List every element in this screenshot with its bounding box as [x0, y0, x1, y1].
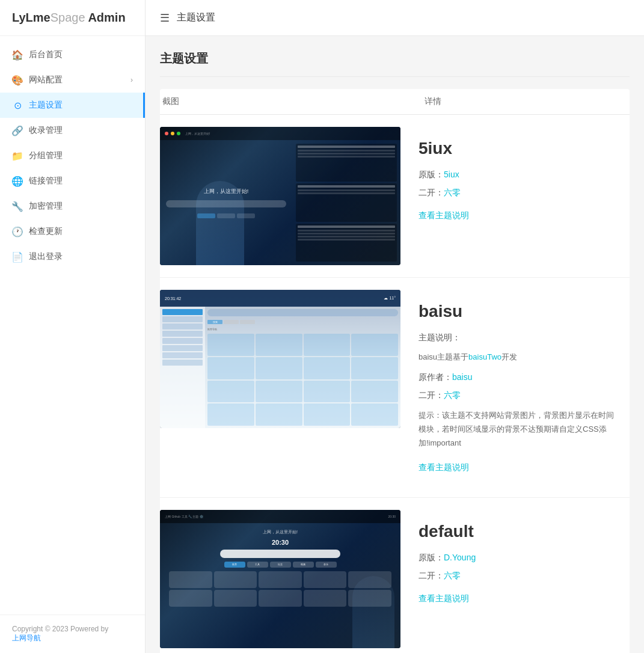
logout-icon: 📄 — [12, 251, 23, 262]
sidebar-item-logout[interactable]: 📄 退出登录 — [0, 244, 145, 269]
baisu-two-link[interactable]: baisuTwo — [468, 352, 501, 361]
sidebar-item-theme-settings[interactable]: ⊙ 主题设置 — [0, 93, 145, 118]
col-header-screenshot: 截图 — [160, 96, 412, 107]
sidebar-item-link-mgmt[interactable]: 🌐 链接管理 — [0, 168, 145, 194]
globe-icon: 🌐 — [12, 176, 23, 186]
sidebar-item-label: 退出登录 — [29, 251, 63, 262]
logo-lme: Lme — [26, 11, 51, 24]
theme-screenshot-default: 上网 Github 工具 🔧 主题 ⚙️ 20:30 上网，从这里开始! 20:… — [160, 510, 400, 648]
themes-table: 截图 详情 上网，从这里开始! 上网，从这 — [160, 89, 630, 653]
theme-second-dev-link[interactable]: 六零 — [444, 390, 461, 400]
sidebar-item-dashboard[interactable]: 🏠 后台首页 — [0, 42, 145, 67]
theme-second-dev-link[interactable]: 六零 — [444, 188, 461, 197]
logo-admin: Admin — [88, 11, 125, 24]
sidebar-item-label: 分组管理 — [29, 150, 63, 161]
sidebar-item-label: 网站配置 — [29, 75, 63, 85]
sidebar-item-encrypt-mgmt[interactable]: 🔧 加密管理 — [0, 194, 145, 219]
theme-original-link[interactable]: baisu — [452, 372, 472, 382]
sidebar-item-site-config[interactable]: 🎨 网站配置 › — [0, 67, 145, 93]
theme-original-info: 原作者：baisu — [419, 370, 618, 384]
bookmark-icon: 🔗 — [12, 125, 23, 136]
sidebar-item-bookmark-mgmt[interactable]: 🔗 收录管理 — [0, 118, 145, 143]
theme-detail-5iux: 5iux 原版：5iux 二开：六零 查看主题说明 — [400, 127, 630, 233]
clock-icon: 🕐 — [12, 226, 23, 237]
wrench-icon: 🔧 — [12, 201, 23, 212]
theme-icon: ⊙ — [12, 100, 23, 111]
table-row: 20:31:42 ☁ 11° — [160, 278, 630, 498]
theme-second-dev-info: 二开：六零 — [419, 569, 618, 582]
theme-view-link[interactable]: 查看主题说明 — [419, 593, 469, 604]
folder-icon: 📁 — [12, 150, 23, 161]
theme-name: default — [419, 522, 618, 541]
content-area: 主题设置 截图 详情 上网，从这里开始! — [146, 36, 644, 653]
sidebar: LyLmeSpage Admin 🏠 后台首页 🎨 网站配置 › ⊙ 主题设置 … — [0, 0, 146, 653]
theme-detail-baisu: baisu 主题说明： baisu主题基于baisuTwo开发 原作者：bais… — [400, 290, 630, 485]
logo-ly: Ly — [12, 11, 26, 24]
topbar-title: 主题设置 — [177, 11, 215, 24]
sidebar-item-label: 主题设置 — [29, 100, 63, 111]
theme-view-link[interactable]: 查看主题说明 — [419, 210, 469, 221]
table-row: 上网，从这里开始! 上网，从这里开始! — [160, 115, 630, 278]
theme-view-link[interactable]: 查看主题说明 — [419, 462, 469, 473]
sidebar-item-label: 后台首页 — [29, 49, 63, 60]
sidebar-item-label: 加密管理 — [29, 201, 63, 212]
footer-link[interactable]: 上网导航 — [12, 634, 41, 642]
theme-original-info: 原版：D.Young — [419, 551, 618, 564]
home-icon: 🏠 — [12, 49, 23, 60]
sidebar-item-check-update[interactable]: 🕐 检查更新 — [0, 219, 145, 244]
theme-original-info: 原版：5iux — [419, 168, 618, 181]
theme-name: 5iux — [419, 139, 618, 158]
main-area: ☰ 主题设置 主题设置 截图 详情 上网，从这里开始! — [146, 0, 644, 653]
sidebar-item-group-mgmt[interactable]: 📁 分组管理 — [0, 143, 145, 168]
theme-second-dev-info: 二开：六零 — [419, 186, 618, 199]
table-row: 上网 Github 工具 🔧 主题 ⚙️ 20:30 上网，从这里开始! 20:… — [160, 498, 630, 653]
theme-original-link[interactable]: D.Young — [444, 553, 476, 562]
chevron-right-icon: › — [130, 76, 133, 84]
logo: LyLmeSpage Admin — [0, 0, 145, 36]
sidebar-item-label: 收录管理 — [29, 125, 63, 136]
theme-detail-default: default 原版：D.Young 二开：六零 查看主题说明 — [400, 510, 630, 616]
theme-tip: 提示：该主题不支持网站背景图片，背景图片显示在时间模块，若时间区域显示的背景不达… — [419, 408, 618, 450]
sidebar-item-label: 链接管理 — [29, 176, 63, 186]
logo-sppage: Spage — [51, 11, 85, 24]
theme-second-dev-link[interactable]: 六零 — [444, 571, 461, 580]
theme-name: baisu — [419, 302, 618, 321]
theme-screenshot-baisu: 20:31:42 ☁ 11° — [160, 290, 400, 428]
theme-note: 主题说明： — [419, 331, 618, 344]
sidebar-nav: 🏠 后台首页 🎨 网站配置 › ⊙ 主题设置 🔗 收录管理 📁 分组管理 🌐 链… — [0, 36, 145, 615]
copyright-text: Copyright © 2023 Powered by — [12, 625, 108, 633]
palette-icon: 🎨 — [12, 75, 23, 85]
table-header: 截图 详情 — [160, 89, 630, 115]
menu-toggle-icon[interactable]: ☰ — [160, 11, 170, 25]
sidebar-footer: Copyright © 2023 Powered by 上网导航 — [0, 615, 145, 653]
topbar: ☰ 主题设置 — [146, 0, 644, 36]
theme-original-link[interactable]: 5iux — [444, 170, 459, 179]
sidebar-item-label: 检查更新 — [29, 226, 63, 237]
theme-note-body: baisu主题基于baisuTwo开发 — [419, 350, 618, 364]
col-header-detail: 详情 — [412, 96, 630, 107]
theme-second-dev-info: 二开：六零 — [419, 388, 618, 402]
theme-screenshot-5iux: 上网，从这里开始! 上网，从这里开始! — [160, 127, 400, 265]
page-title: 主题设置 — [160, 51, 630, 77]
